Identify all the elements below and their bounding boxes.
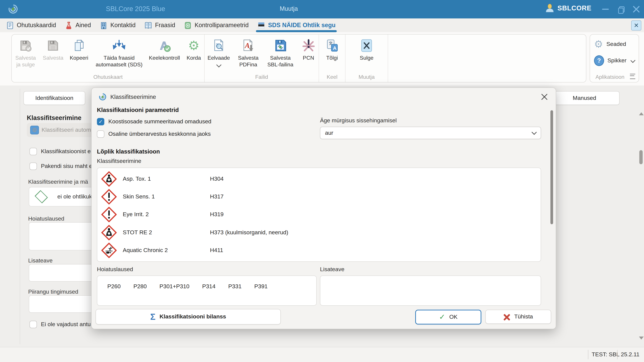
copy-button[interactable]: Kopeeri xyxy=(67,37,92,62)
classification-row[interactable]: STOT RE 2 H373 (kuulmisorganid, neerud) xyxy=(97,224,541,241)
classification-row[interactable]: Eye Irrit. 2 H319 xyxy=(97,206,541,223)
application-menu-icon[interactable] xyxy=(630,74,635,79)
scrollbar-down-arrow-icon[interactable] xyxy=(639,337,644,340)
save-as-pdf-button[interactable]: A Salvesta PDFina xyxy=(234,37,262,69)
ok-button-label: OK xyxy=(449,314,458,321)
settings-button[interactable]: ⚙ Seaded xyxy=(590,37,639,51)
autofill-phrases-button[interactable]: Täida fraasid automaatselt (SDS) xyxy=(92,37,146,69)
checkbox-row-summable[interactable]: ✓ Koostisosade summeeritavad omadused xyxy=(97,118,211,125)
identification-section-button[interactable]: Identifikatsioon xyxy=(24,91,85,105)
spellcheck-button[interactable]: A Keelekontroll xyxy=(147,37,182,62)
checkbox-row-package-volume[interactable]: Pakendi sisu maht e xyxy=(30,163,92,170)
pcn-button[interactable]: PCN xyxy=(298,37,319,62)
tab-fraasid[interactable]: Fraasid xyxy=(144,18,175,32)
save-button[interactable]: Salvesta xyxy=(41,37,66,62)
checkbox-unchecked-icon[interactable] xyxy=(30,321,37,328)
ok-button[interactable]: ✓ OK xyxy=(415,310,481,325)
hazard-statement-code: H373 (kuulmisorganid, neerud) xyxy=(210,229,288,236)
tab-kontaktid[interactable]: Kontaktid xyxy=(100,18,136,32)
bg-precaution-box[interactable] xyxy=(29,222,100,250)
checkbox-row-partial-env[interactable]: Osaline ümberarvestus keskkonna jaoks xyxy=(97,130,211,138)
p-code[interactable]: P314 xyxy=(202,283,216,290)
minimize-button[interactable] xyxy=(598,0,613,18)
building-icon xyxy=(100,21,108,29)
ok-check-icon: ✓ xyxy=(439,313,445,322)
classification-section-title: Klassifitseerimine xyxy=(27,114,81,122)
safety-sheet-icon xyxy=(6,21,14,29)
user-account[interactable]: SBLCORE xyxy=(546,4,592,12)
translate-button[interactable]: A Tõlgi xyxy=(320,37,344,62)
ribbon-empty-area xyxy=(388,34,586,82)
checkbox-checked-icon[interactable]: ✓ xyxy=(97,118,104,125)
acute-toxicity-select[interactable]: aur xyxy=(320,127,541,139)
hazard-statement-code: H304 xyxy=(210,175,224,182)
preview-dropdown-chevron-icon[interactable] xyxy=(216,62,221,67)
checkbox-row-classification-exception[interactable]: Klassifikatsioonist e xyxy=(30,148,91,155)
scrollbar-up-arrow-icon[interactable] xyxy=(639,112,644,115)
preview-button[interactable]: Eelvaade xyxy=(204,37,233,67)
group-label-muutja: Muutja xyxy=(346,74,388,80)
attachments-label: Manused xyxy=(573,95,596,101)
close-editor-icon xyxy=(359,38,374,53)
checkbox-row-no-need[interactable]: Ei ole vajadust antu xyxy=(30,321,91,328)
ribbon-application-box: ⚙ Seaded ? Spikker Aplikatsioon xyxy=(590,34,639,82)
tab-sds-naide-ohtlik-segu[interactable]: SDS NÄIDE Ohtlik segu xyxy=(258,18,336,32)
group-label-aplikatsioon: Aplikatsioon xyxy=(590,74,630,80)
checkbox-unchecked-icon[interactable] xyxy=(30,163,37,170)
save-and-close-button[interactable]: Salvesta ja sulge xyxy=(12,37,40,69)
cancel-button[interactable]: Tühista xyxy=(485,310,551,324)
checkbox-unchecked-icon[interactable] xyxy=(30,148,37,155)
checkbox-unchecked-icon[interactable] xyxy=(97,130,104,138)
classification-dialog: Klassifitseerimine Klassifikatsiooni par… xyxy=(91,87,556,329)
auto-classify-label: Klassifitseeri automa xyxy=(42,127,94,133)
close-editor-button[interactable]: Sulge xyxy=(353,37,380,62)
pcn-starburst-icon xyxy=(301,38,316,53)
flask-icon xyxy=(65,21,73,29)
tab-ained[interactable]: Ained xyxy=(65,18,91,32)
close-window-button[interactable] xyxy=(628,0,644,18)
classification-row[interactable]: Asp. Tox. 1 H304 xyxy=(97,170,541,188)
ribbon: Salvesta ja sulge Salvesta Kopeeri xyxy=(0,32,644,86)
active-tab-underline xyxy=(256,30,337,32)
checkbox-label: Ei ole vajadust antu xyxy=(41,321,91,328)
classification-balance-button[interactable]: Σ Klassifikatsiooni bilanss xyxy=(96,309,281,325)
p-code[interactable]: P301+P310 xyxy=(160,283,190,290)
checkbox-label: Klassifikatsioonist e xyxy=(41,148,91,155)
classification-row[interactable]: Skin Sens. 1 H317 xyxy=(97,188,541,205)
dialog-close-button[interactable] xyxy=(538,91,550,103)
dialog-scrollbar-thumb[interactable] xyxy=(550,110,553,224)
classification-row[interactable]: Aquatic Chronic 2 H411 xyxy=(97,242,541,259)
gear-green-icon: ⚙ xyxy=(188,38,200,53)
close-tab-button[interactable]: ✕ xyxy=(631,20,641,30)
save-as-sbl-file-button[interactable]: Salvesta SBL-failina xyxy=(264,37,297,69)
hazard-class-name: Eye Irrit. 2 xyxy=(123,211,210,218)
p-code[interactable]: P331 xyxy=(228,283,242,290)
tab-kontrolliparameetrid[interactable]: Kontrolliparameetrid xyxy=(184,18,248,32)
hazard-class-name: Asp. Tox. 1 xyxy=(123,175,210,182)
p-code[interactable]: P280 xyxy=(133,283,146,290)
checkbox-label: Pakendi sisu maht e xyxy=(41,163,92,170)
status-separator xyxy=(588,350,588,359)
dialog-header[interactable]: Klassifitseerimine xyxy=(92,88,556,106)
p-code[interactable]: P391 xyxy=(254,283,268,290)
tab-label: SDS NÄIDE Ohtlik segu xyxy=(268,22,336,29)
window-vertical-scrollbar[interactable] xyxy=(639,88,643,342)
p-code[interactable]: P260 xyxy=(107,283,120,290)
restore-button[interactable] xyxy=(613,0,628,18)
redo-button[interactable]: ⚙ Korda xyxy=(183,37,204,62)
parameters-heading: Klassifikatsiooni parameetrid xyxy=(97,107,179,114)
bg-restriction-box[interactable] xyxy=(29,295,100,313)
bg-additional-box[interactable] xyxy=(29,264,100,282)
tab-ohutuskaardid[interactable]: Ohutuskaardid xyxy=(6,18,56,32)
precaution-box[interactable]: P260 P280 P301+P310 P314 P331 P391 xyxy=(97,276,317,306)
ribbon-main-box: Salvesta ja sulge Salvesta Kopeeri xyxy=(12,34,586,82)
hazard-statement-code: H319 xyxy=(210,211,224,218)
classify-automatically-button[interactable]: ⚙ Klassifitseeri automa xyxy=(27,123,94,137)
copy-icon xyxy=(72,38,86,53)
tab-label: Kontrolliparameetrid xyxy=(194,22,248,29)
help-button[interactable]: ? Spikker xyxy=(590,53,639,68)
scrollbar-thumb[interactable] xyxy=(639,150,643,164)
bg-restriction-label: Piirangu tingimused xyxy=(28,289,78,295)
additional-info-box[interactable] xyxy=(320,276,541,306)
attachments-section-button[interactable]: Manused xyxy=(550,91,620,105)
